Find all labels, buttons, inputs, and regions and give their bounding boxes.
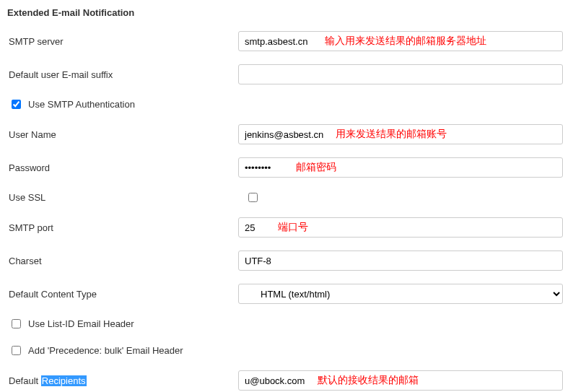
row-default-recipients: Default Recipients 默认的接收结果的邮箱 (7, 370, 563, 391)
row-default-suffix: Default user E-mail suffix (7, 64, 563, 84)
checkbox-use-ssl[interactable] (248, 193, 258, 202)
row-password: Password 邮箱密码 (7, 157, 563, 178)
label-add-precedence: Add 'Precedence: bulk' Email Header (28, 345, 183, 356)
checkbox-use-smtp-auth[interactable] (12, 100, 21, 109)
input-default-suffix[interactable] (238, 64, 563, 84)
input-password[interactable] (238, 157, 563, 178)
section-title: Extended E-mail Notification (7, 7, 563, 18)
label-default-recipients: Default Recipients (7, 375, 238, 386)
input-smtp-port[interactable] (238, 217, 563, 238)
label-use-listid: Use List-ID Email Header (28, 318, 134, 329)
input-smtp-server[interactable] (238, 31, 563, 51)
input-default-recipients[interactable] (238, 370, 563, 391)
highlight-recipients: Recipients (41, 375, 87, 386)
label-user-name: User Name (7, 129, 238, 140)
label-smtp-port: SMTP port (7, 222, 238, 233)
row-charset: Charset (7, 251, 563, 271)
label-content-type: Default Content Type (7, 289, 238, 300)
row-smtp-server: SMTP server 输入用来发送结果的邮箱服务器地址 (7, 31, 563, 51)
label-use-smtp-auth: Use SMTP Authentication (28, 99, 135, 110)
row-use-listid: Use List-ID Email Header (7, 317, 563, 331)
label-smtp-server: SMTP server (7, 36, 238, 47)
label-default-suffix: Default user E-mail suffix (7, 69, 238, 80)
label-use-ssl: Use SSL (7, 192, 238, 203)
row-add-precedence: Add 'Precedence: bulk' Email Header (7, 344, 563, 357)
row-smtp-port: SMTP port 端口号 (7, 217, 563, 238)
label-charset: Charset (7, 256, 238, 266)
row-user-name: User Name 用来发送结果的邮箱账号 (7, 124, 563, 144)
input-user-name[interactable] (238, 124, 563, 144)
checkbox-use-listid[interactable] (12, 319, 21, 328)
label-password: Password (7, 162, 238, 173)
checkbox-add-precedence[interactable] (12, 346, 21, 355)
input-charset[interactable] (238, 251, 563, 271)
row-content-type: Default Content Type HTML (text/html) (7, 284, 563, 304)
select-content-type[interactable]: HTML (text/html) (238, 284, 563, 304)
row-use-smtp-auth: Use SMTP Authentication (7, 97, 563, 111)
row-use-ssl: Use SSL (7, 191, 563, 204)
